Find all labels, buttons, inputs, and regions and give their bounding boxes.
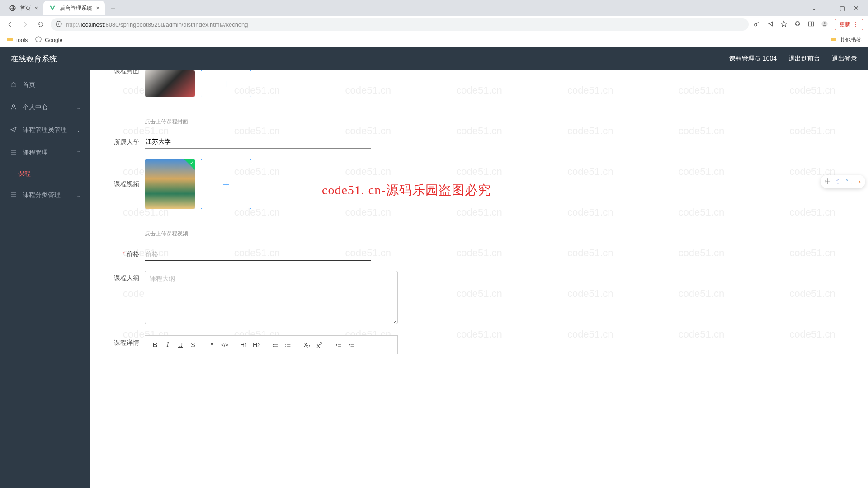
rich-editor-toolbar: B I U S ❝ </> H1 H2 bbox=[145, 335, 398, 354]
detail-label: 课程详情 bbox=[108, 335, 145, 347]
logout-button[interactable]: 退出登录 bbox=[832, 55, 857, 63]
upload-video-button[interactable]: + bbox=[201, 159, 251, 209]
svg-rect-3 bbox=[809, 22, 814, 26]
google-icon bbox=[35, 36, 42, 44]
minimize-icon[interactable]: — bbox=[825, 5, 831, 12]
moon-icon[interactable]: ☾ bbox=[835, 178, 841, 185]
main-content: code51.cncode51.cncode51.cncode51.cncode… bbox=[90, 70, 868, 488]
svg-point-9 bbox=[285, 344, 286, 345]
outline-label: 课程大纲 bbox=[108, 271, 145, 282]
reload-button[interactable] bbox=[35, 19, 46, 30]
tabs-bar: 首页 × 后台管理系统 × + ⌄ — ▢ ✕ bbox=[0, 0, 868, 16]
price-label: *价格 bbox=[108, 248, 145, 258]
share-icon[interactable] bbox=[767, 20, 774, 29]
outline-textarea[interactable] bbox=[145, 271, 398, 324]
editor-superscript-button[interactable]: x2 bbox=[314, 339, 325, 350]
chevron-down-icon: ⌄ bbox=[76, 192, 80, 198]
sidebar-item-course[interactable]: 课程 bbox=[0, 164, 90, 184]
ime-floating-toolbar[interactable]: 中 ☾ °， › bbox=[821, 175, 865, 188]
browser-chrome: 首页 × 后台管理系统 × + ⌄ — ▢ ✕ bbox=[0, 0, 868, 47]
editor-h1-button[interactable]: H1 bbox=[238, 339, 249, 350]
sidebar-item-admin-manage[interactable]: 课程管理员管理 ⌄ bbox=[0, 119, 90, 141]
price-input[interactable] bbox=[145, 248, 371, 261]
upload-cover-button[interactable]: + bbox=[201, 70, 251, 97]
panel-icon[interactable] bbox=[807, 20, 815, 29]
video-thumbnail[interactable] bbox=[145, 159, 195, 209]
chevron-up-icon: ⌃ bbox=[76, 150, 80, 156]
editor-strike-button[interactable]: S bbox=[188, 339, 198, 350]
browser-tab-admin[interactable]: 后台管理系统 × bbox=[43, 1, 105, 15]
svg-point-7 bbox=[12, 104, 14, 107]
editor-h2-button[interactable]: H2 bbox=[251, 339, 262, 350]
bookmark-other[interactable]: 其他书签 bbox=[830, 36, 862, 44]
sidebar: 首页 个人中心 ⌄ 课程管理员管理 ⌄ 课程管理 ⌃ 课程 bbox=[0, 70, 90, 488]
url-input[interactable]: http://localhost:8080/springboot8525u/ad… bbox=[51, 18, 749, 31]
university-label: 所属大学 bbox=[108, 136, 145, 146]
svg-point-10 bbox=[285, 346, 286, 347]
sidebar-item-profile[interactable]: 个人中心 ⌄ bbox=[0, 96, 90, 119]
svg-point-2 bbox=[755, 23, 757, 26]
new-tab-button[interactable]: + bbox=[107, 2, 119, 14]
star-icon[interactable] bbox=[780, 20, 788, 29]
bookmark-tools[interactable]: tools bbox=[6, 36, 28, 44]
user-role[interactable]: 课程管理员 1004 bbox=[729, 55, 777, 63]
folder-icon bbox=[6, 36, 14, 44]
home-icon bbox=[10, 81, 17, 89]
dropdown-icon[interactable]: ⌄ bbox=[811, 5, 817, 12]
close-icon[interactable]: × bbox=[96, 5, 99, 12]
editor-outdent-button[interactable] bbox=[333, 339, 344, 350]
url-text: http://localhost:8080/springboot8525u/ad… bbox=[66, 21, 744, 28]
tab-title: 后台管理系统 bbox=[60, 5, 92, 12]
list-icon bbox=[10, 191, 17, 200]
sidebar-item-course-manage[interactable]: 课程管理 ⌃ bbox=[0, 141, 90, 164]
editor-indent-button[interactable] bbox=[346, 339, 357, 350]
chevron-down-icon: ⌄ bbox=[76, 105, 80, 111]
vue-icon bbox=[49, 5, 56, 12]
window-controls: ⌄ — ▢ ✕ bbox=[811, 5, 864, 12]
maximize-icon[interactable]: ▢ bbox=[840, 5, 845, 12]
editor-italic-button[interactable]: I bbox=[162, 339, 173, 350]
bookmarks-bar: tools Google 其他书签 bbox=[0, 33, 868, 47]
editor-quote-button[interactable]: ❝ bbox=[207, 339, 217, 350]
sidebar-item-home[interactable]: 首页 bbox=[0, 74, 90, 96]
cover-label: 课程封面 bbox=[108, 70, 145, 75]
svg-point-8 bbox=[285, 343, 286, 343]
cover-thumbnail[interactable] bbox=[145, 70, 195, 97]
list-icon bbox=[10, 149, 17, 157]
app-brand: 在线教育系统 bbox=[11, 54, 57, 64]
university-input[interactable] bbox=[145, 136, 371, 149]
editor-underline-button[interactable]: U bbox=[175, 339, 186, 350]
chevron-down-icon: ⌄ bbox=[76, 127, 80, 133]
profile-icon[interactable] bbox=[821, 20, 828, 29]
editor-ul-button[interactable] bbox=[283, 339, 293, 350]
key-icon[interactable] bbox=[753, 20, 760, 29]
editor-code-button[interactable]: </> bbox=[219, 339, 230, 350]
tab-title: 首页 bbox=[20, 5, 31, 12]
browser-tab-home[interactable]: 首页 × bbox=[4, 1, 43, 15]
comma-icon[interactable]: °， bbox=[845, 178, 854, 186]
ime-mode[interactable]: 中 bbox=[825, 178, 831, 186]
globe-icon bbox=[9, 5, 16, 12]
user-icon bbox=[10, 103, 17, 112]
chevron-right-icon[interactable]: › bbox=[859, 178, 861, 186]
update-button[interactable]: 更新 ⋮ bbox=[835, 19, 863, 30]
close-icon[interactable]: × bbox=[34, 5, 38, 12]
svg-point-6 bbox=[36, 37, 41, 42]
video-label: 课程视频 bbox=[108, 159, 145, 188]
editor-subscript-button[interactable]: x2 bbox=[302, 339, 312, 350]
extensions-icon[interactable] bbox=[794, 20, 801, 29]
exit-to-front-button[interactable]: 退出到前台 bbox=[788, 55, 820, 63]
forward-button[interactable] bbox=[20, 19, 31, 30]
bookmark-google[interactable]: Google bbox=[35, 36, 62, 44]
svg-point-5 bbox=[824, 22, 826, 24]
address-bar-icons: 更新 ⋮ bbox=[753, 19, 863, 30]
back-button[interactable] bbox=[5, 19, 15, 30]
folder-icon bbox=[830, 36, 837, 44]
app-root: 在线教育系统 课程管理员 1004 退出到前台 退出登录 首页 个人中心 ⌄ 课… bbox=[0, 47, 868, 488]
editor-bold-button[interactable]: B bbox=[150, 339, 160, 350]
close-window-icon[interactable]: ✕ bbox=[854, 5, 859, 12]
info-icon bbox=[55, 20, 62, 29]
video-upload-hint: 点击上传课程视频 bbox=[145, 230, 251, 238]
editor-ol-button[interactable] bbox=[270, 339, 281, 350]
sidebar-item-category-manage[interactable]: 课程分类管理 ⌄ bbox=[0, 184, 90, 206]
